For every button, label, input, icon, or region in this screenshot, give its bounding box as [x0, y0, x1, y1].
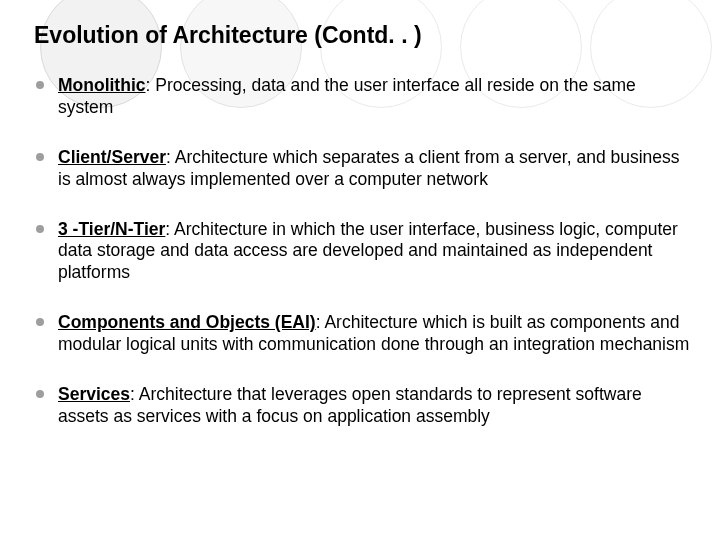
bullet-item: Client/Server: Architecture which separa…	[30, 147, 690, 191]
bullet-term: Client/Server	[58, 147, 166, 167]
bullet-desc: : Architecture that leverages open stand…	[58, 384, 642, 426]
bullet-item: 3 -Tier/N-Tier: Architecture in which th…	[30, 219, 690, 285]
slide-content: Evolution of Architecture (Contd. . ) Mo…	[0, 0, 720, 476]
bullet-item: Services: Architecture that leverages op…	[30, 384, 690, 428]
bullet-item: Components and Objects (EAI): Architectu…	[30, 312, 690, 356]
bullet-term: Services	[58, 384, 130, 404]
bullet-item: Monolithic: Processing, data and the use…	[30, 75, 690, 119]
bullet-list: Monolithic: Processing, data and the use…	[30, 75, 690, 428]
bullet-term: Monolithic	[58, 75, 145, 95]
bullet-term: 3 -Tier/N-Tier	[58, 219, 165, 239]
bullet-term: Components and Objects (EAI)	[58, 312, 316, 332]
bullet-desc: : Processing, data and the user interfac…	[58, 75, 636, 117]
slide-title: Evolution of Architecture (Contd. . )	[34, 22, 690, 49]
